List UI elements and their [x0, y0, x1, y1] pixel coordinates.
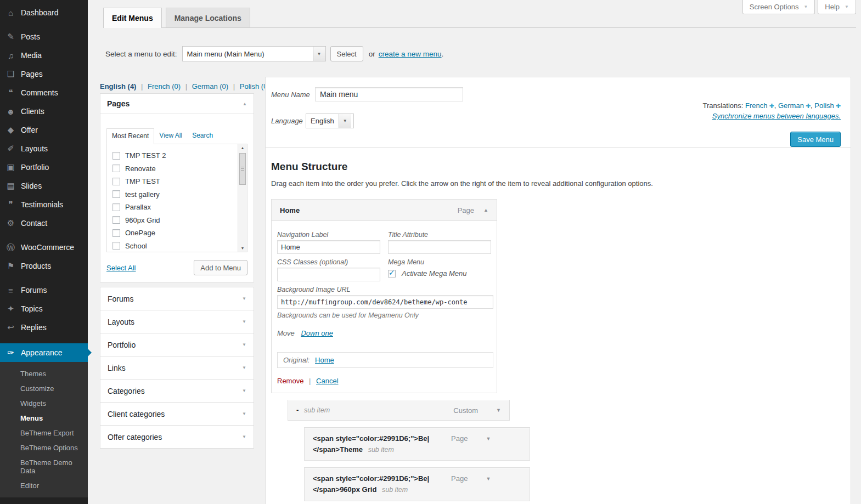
create-new-menu-link[interactable]: create a new menu [379, 50, 442, 58]
page-checkbox[interactable] [112, 178, 120, 185]
sidebar-item-appearance[interactable]: ✑ Appearance [0, 343, 88, 362]
sidebar-item-contact[interactable]: ⚙ Contact [0, 214, 88, 233]
sidebar-item-replies[interactable]: ↩ Replies [0, 318, 88, 337]
menu-select-dropdown[interactable]: Main menu (Main Menu) ▼ [182, 46, 326, 61]
expand-arrow-icon[interactable]: ▼ [242, 365, 246, 370]
accordion-portfolio[interactable]: Portfolio ▼ [100, 333, 254, 356]
translation-polish-link[interactable]: Polish [814, 101, 834, 110]
tab-search[interactable]: Search [187, 128, 218, 144]
accordion-forums[interactable]: Forums ▼ [100, 287, 254, 310]
scroll-down-icon[interactable]: ▼ [238, 246, 247, 250]
add-translation-icon[interactable]: ✚ [836, 103, 841, 109]
sidebar-item-clients[interactable]: ☻ Clients [0, 102, 88, 121]
menu-name-input[interactable] [315, 87, 463, 101]
submenu-item-widgets[interactable]: Widgets [0, 396, 88, 411]
pages-scrollbar[interactable]: ▲ ▼ [238, 144, 247, 252]
tab-edit-menus[interactable]: Edit Menus [103, 8, 162, 28]
sidebar-item-testimonials[interactable]: ❞ Testimonials [0, 195, 88, 214]
add-translation-icon[interactable]: ✚ [806, 103, 811, 109]
dropdown-arrow-icon[interactable]: ▼ [313, 47, 325, 61]
sidebar-item-comments[interactable]: ❝ Comments [0, 83, 88, 102]
translation-french-link[interactable]: French [745, 101, 767, 110]
page-checkbox[interactable] [112, 229, 120, 237]
help-button[interactable]: Help ▼ [818, 0, 856, 14]
accordion-layouts[interactable]: Layouts ▼ [100, 310, 254, 333]
submenu-item-themes[interactable]: Themes [0, 366, 88, 381]
submenu-item-betheme-export[interactable]: BeTheme Export [0, 426, 88, 440]
title-attribute-input[interactable] [388, 240, 491, 254]
activate-mega-menu-checkbox[interactable]: ✓ [388, 270, 396, 278]
sidebar-item-layouts[interactable]: ✐ Layouts [0, 139, 88, 158]
submenu-item-editor[interactable]: Editor [0, 478, 88, 493]
accordion-client-categories[interactable]: Client categories ▼ [100, 402, 254, 426]
screen-options-button[interactable]: Screen Options ▼ [742, 0, 815, 14]
menu-item-title: - [296, 406, 299, 414]
sidebar-item-portfolio[interactable]: ▣ Portfolio [0, 158, 88, 177]
page-checkbox[interactable] [112, 216, 120, 224]
page-checkbox[interactable] [112, 190, 120, 198]
expand-arrow-icon[interactable]: ▼ [242, 296, 246, 301]
expand-arrow-icon[interactable]: ▼ [486, 436, 491, 441]
menu-sub-item-handle[interactable]: - sub item Custom ▼ [288, 400, 510, 421]
language-filter-english[interactable]: English (4) [100, 82, 136, 90]
sidebar-item-dashboard[interactable]: ⌂ Dashboard [0, 3, 88, 22]
move-down-one-link[interactable]: Down one [301, 329, 333, 337]
page-checkbox[interactable] [112, 152, 120, 160]
menu-item-home-handle[interactable]: Home Page ▲ [271, 199, 497, 221]
expand-arrow-icon[interactable]: ▼ [242, 388, 246, 393]
sidebar-item-offer[interactable]: ◆ Offer [0, 121, 88, 139]
select-all-link[interactable]: Select All [106, 264, 136, 272]
pages-panel-header[interactable]: Pages ▲ [100, 94, 254, 114]
synchronize-menus-link[interactable]: Synchronize menus between languages. [712, 112, 841, 120]
save-menu-button[interactable]: Save Menu [790, 132, 841, 147]
submenu-item-customize[interactable]: Customize [0, 381, 88, 396]
menu-sub-item-handle[interactable]: <span style="color:#2991D6;">Be|</span>T… [304, 427, 530, 461]
collapse-arrow-icon[interactable]: ▲ [483, 207, 488, 213]
menu-sub-item-handle[interactable]: <span style="color:#2991D6;">Be|</span>9… [304, 467, 530, 501]
collapse-arrow-icon[interactable]: ▲ [243, 101, 247, 106]
sidebar-item-products[interactable]: ⚑ Products [0, 257, 88, 275]
select-menu-button[interactable]: Select [330, 46, 363, 61]
sidebar-item-forums[interactable]: ≡ Forums [0, 281, 88, 299]
expand-arrow-icon[interactable]: ▼ [486, 476, 491, 482]
expand-arrow-icon[interactable]: ▼ [242, 319, 246, 324]
dropdown-arrow-icon[interactable]: ▼ [339, 114, 351, 128]
submenu-item-menus[interactable]: Menus [0, 411, 88, 426]
background-image-input[interactable] [277, 295, 493, 309]
submenu-item-betheme-demo-data[interactable]: BeTheme Demo Data [0, 455, 88, 478]
sidebar-item-pages[interactable]: ❏ Pages [0, 65, 88, 83]
accordion-offer-categories[interactable]: Offer categories ▼ [100, 425, 254, 449]
page-checkbox[interactable] [112, 165, 120, 172]
tab-view-all[interactable]: View All [154, 128, 187, 144]
submenu-item-betheme-options[interactable]: BeTheme Options [0, 440, 88, 455]
expand-arrow-icon[interactable]: ▼ [496, 407, 501, 413]
add-to-menu-button[interactable]: Add to Menu [194, 260, 247, 275]
sidebar-item-topics[interactable]: ✦ Topics [0, 299, 88, 318]
sidebar-item-media[interactable]: ♫ Media [0, 46, 88, 65]
scroll-up-icon[interactable]: ▲ [238, 146, 247, 150]
navigation-label-input[interactable] [277, 240, 380, 254]
translation-german-link[interactable]: German [778, 101, 804, 110]
expand-arrow-icon[interactable]: ▼ [242, 411, 246, 416]
accordion-links[interactable]: Links ▼ [100, 356, 254, 380]
tab-manage-locations[interactable]: Manage Locations [166, 8, 250, 27]
sub-item-marker: sub item [368, 446, 394, 454]
language-filter-german[interactable]: German (0) [192, 82, 228, 90]
remove-link[interactable]: Remove [277, 377, 303, 385]
language-select[interactable]: English ▼ [306, 114, 354, 128]
original-home-link[interactable]: Home [315, 356, 334, 364]
page-checkbox[interactable] [112, 242, 120, 250]
add-translation-icon[interactable]: ✚ [769, 103, 774, 109]
sidebar-item-posts[interactable]: ✎ Posts [0, 27, 88, 46]
cancel-link[interactable]: Cancel [316, 377, 338, 385]
expand-arrow-icon[interactable]: ▼ [242, 342, 246, 347]
page-checkbox[interactable] [112, 203, 120, 211]
sidebar-item-slides[interactable]: ▤ Slides [0, 177, 88, 195]
expand-arrow-icon[interactable]: ▼ [242, 434, 246, 439]
tab-most-recent[interactable]: Most Recent [106, 128, 154, 144]
scrollbar-thumb[interactable] [239, 153, 246, 185]
sidebar-item-woocommerce[interactable]: Ⓦ WooCommerce [0, 238, 88, 257]
accordion-categories[interactable]: Categories ▼ [100, 379, 254, 403]
language-filter-french[interactable]: French (0) [148, 82, 181, 90]
css-classes-input[interactable] [277, 268, 380, 281]
